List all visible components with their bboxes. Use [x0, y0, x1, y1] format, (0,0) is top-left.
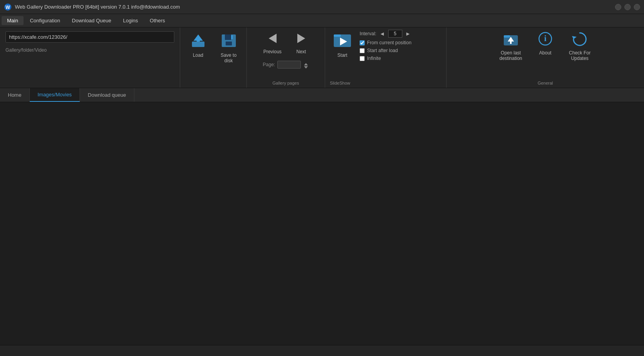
svg-rect-6: [225, 34, 231, 40]
svg-marker-22: [572, 36, 577, 39]
from-current-position-label: From current position: [367, 40, 411, 45]
url-section: Gallery/folder/Video: [0, 27, 180, 88]
start-after-load-row: Start after load: [360, 48, 411, 53]
about-icon: i: [537, 31, 553, 49]
svg-marker-9: [269, 34, 277, 43]
load-button[interactable]: Load: [185, 31, 212, 60]
interval-row: Interval: ◄ ►: [360, 30, 411, 38]
open-last-destination-icon: [503, 31, 519, 49]
slideshow-section: Start Interval: ◄ ► From current positio…: [325, 27, 447, 88]
slideshow-controls: Interval: ◄ ► From current position Star…: [360, 30, 411, 61]
svg-marker-10: [297, 34, 305, 43]
previous-label: Previous: [263, 49, 282, 54]
general-section: Open lastdestination i About: [447, 27, 644, 88]
svg-rect-2: [192, 42, 204, 47]
content-area: [0, 102, 644, 345]
svg-rect-7: [226, 42, 232, 45]
svg-text:i: i: [544, 33, 546, 43]
svg-rect-14: [334, 34, 341, 37]
general-section-label: General: [537, 81, 553, 85]
page-spinner-icon[interactable]: [303, 61, 309, 69]
next-icon: [294, 31, 308, 47]
svg-text:W: W: [5, 5, 10, 10]
maximize-button[interactable]: [624, 4, 631, 10]
previous-icon: [266, 31, 280, 47]
nav-buttons: Previous Next: [260, 30, 311, 56]
interval-increase-button[interactable]: ►: [405, 31, 412, 37]
navigation-section: Previous Next Page: Gallery pages: [247, 27, 325, 88]
gallery-pages-label: Gallery pages: [273, 81, 299, 85]
menu-logins[interactable]: Logins: [118, 16, 143, 25]
interval-label: Interval:: [360, 31, 376, 36]
svg-marker-12: [304, 66, 308, 69]
check-for-updates-icon: [572, 31, 588, 49]
menu-configuration[interactable]: Configuration: [24, 16, 65, 25]
general-buttons: Open lastdestination i About: [495, 30, 595, 63]
check-for-updates-button[interactable]: Check ForUpdates: [564, 30, 595, 63]
page-label: Page:: [263, 62, 275, 67]
save-to-disk-icon: [220, 33, 237, 51]
svg-rect-19: [510, 41, 512, 44]
save-to-disk-label: Save todisk: [221, 52, 237, 63]
slideshow-start-icon: [333, 31, 352, 51]
menu-main[interactable]: Main: [2, 16, 24, 25]
slideshow-start-button[interactable]: Start: [330, 30, 355, 60]
svg-marker-11: [304, 63, 308, 65]
close-button[interactable]: [634, 4, 640, 10]
about-label: About: [539, 50, 551, 56]
minimize-button[interactable]: [615, 4, 621, 10]
menubar: Main Configuration Download Queue Logins…: [0, 14, 644, 27]
infinite-label: Infinite: [367, 56, 381, 61]
from-current-position-checkbox[interactable]: [360, 40, 365, 45]
next-button[interactable]: Next: [291, 30, 311, 56]
load-label: Load: [193, 52, 203, 58]
content-tabs: Home Images/Movies Download queue: [0, 88, 644, 102]
gallery-path: Gallery/folder/Video: [5, 47, 174, 53]
previous-button[interactable]: Previous: [260, 30, 285, 56]
url-input[interactable]: [5, 31, 174, 43]
interval-input[interactable]: [388, 30, 402, 38]
page-input[interactable]: [277, 61, 301, 69]
from-current-position-row: From current position: [360, 40, 411, 45]
app-icon: W: [4, 3, 12, 11]
open-last-destination-label: Open lastdestination: [499, 50, 522, 61]
start-after-load-label: Start after load: [367, 48, 398, 53]
toolbar: Gallery/folder/Video Load: [0, 27, 644, 88]
load-save-section: Load Save todisk: [180, 27, 247, 88]
save-to-disk-button[interactable]: Save todisk: [215, 31, 242, 66]
interval-decrease-button[interactable]: ◄: [379, 31, 386, 37]
window-controls: [615, 4, 640, 10]
svg-rect-4: [197, 38, 200, 42]
titlebar: W Web Gallery Downloader PRO [64bit] ver…: [0, 0, 644, 14]
tab-images-movies[interactable]: Images/Movies: [30, 88, 80, 102]
menu-others[interactable]: Others: [144, 16, 170, 25]
next-label: Next: [297, 49, 306, 54]
slideshow-section-label: SlideShow: [330, 81, 441, 85]
load-icon: [190, 33, 207, 51]
tab-download-queue[interactable]: Download queue: [80, 88, 134, 102]
svg-rect-17: [504, 35, 510, 38]
about-button[interactable]: i About: [530, 30, 561, 63]
start-after-load-checkbox[interactable]: [360, 48, 365, 53]
check-for-updates-label: Check ForUpdates: [569, 50, 590, 61]
slideshow-top: Start Interval: ◄ ► From current positio…: [330, 30, 441, 61]
slideshow-start-label: Start: [337, 52, 347, 58]
menu-download-queue[interactable]: Download Queue: [67, 16, 117, 25]
titlebar-title: Web Gallery Downloader PRO [64bit] versi…: [15, 4, 615, 10]
tab-home[interactable]: Home: [0, 88, 30, 102]
open-last-destination-button[interactable]: Open lastdestination: [495, 30, 526, 63]
infinite-row: Infinite: [360, 56, 411, 61]
statusbar: [0, 345, 644, 356]
svg-rect-8: [231, 35, 233, 39]
infinite-checkbox[interactable]: [360, 56, 365, 61]
page-row: Page:: [263, 61, 309, 69]
